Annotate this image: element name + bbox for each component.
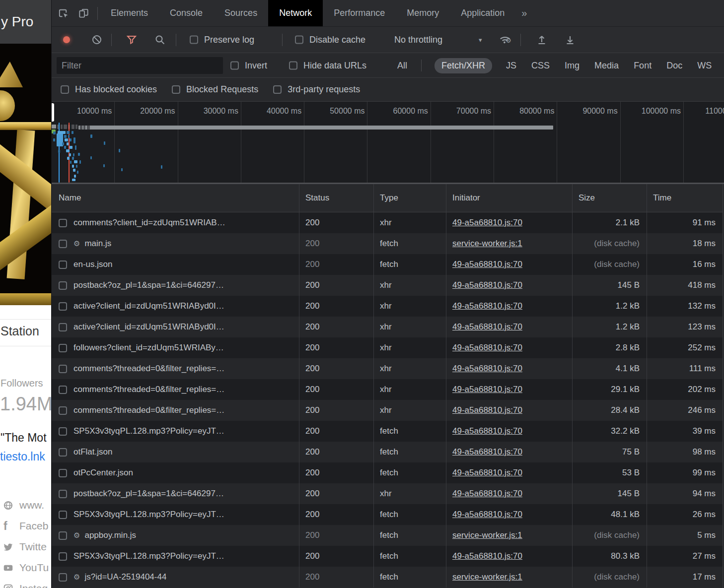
table-row[interactable]: ⚙ postback?oz_pl=1&spa=1&ci=646297… 200 … bbox=[52, 275, 724, 296]
device-toolbar-icon[interactable] bbox=[78, 7, 89, 19]
filter-input[interactable]: Filter bbox=[57, 57, 223, 74]
toggle-has-blocked-cookies[interactable]: Has blocked cookies bbox=[61, 84, 157, 95]
filter-chip-js[interactable]: JS bbox=[505, 58, 517, 73]
tab-sources[interactable]: Sources bbox=[214, 0, 268, 26]
table-row[interactable]: ⚙ otFlat.json 200 fetch 49-a5a68810.js:7… bbox=[52, 442, 724, 462]
initiator-link[interactable]: service-worker.js:1 bbox=[452, 530, 522, 540]
initiator-link[interactable]: service-worker.js:1 bbox=[452, 572, 522, 582]
row-checkbox[interactable] bbox=[59, 469, 67, 477]
row-checkbox[interactable] bbox=[59, 511, 67, 519]
filter-chip-all[interactable]: All bbox=[396, 58, 408, 73]
initiator-link[interactable]: 49-a5a68810.js:70 bbox=[452, 343, 522, 353]
column-header-initiator[interactable]: Initiator bbox=[446, 184, 573, 212]
table-row[interactable]: ⚙ postback?oz_pl=1&spa=1&ci=646297… 200 … bbox=[52, 483, 724, 504]
initiator-link[interactable]: 49-a5a68810.js:70 bbox=[452, 468, 522, 478]
request-name[interactable]: otPcCenter.json bbox=[73, 468, 133, 478]
initiator-link[interactable]: service-worker.js:1 bbox=[452, 239, 522, 249]
record-button[interactable] bbox=[63, 36, 70, 43]
table-row[interactable]: ⚙ SP5X3v3tyqPL.128.mp3?Policy=eyJT… 200 … bbox=[52, 504, 724, 525]
request-name[interactable]: comments?client_id=zdUqm51WRIAB… bbox=[73, 218, 225, 228]
toggle-3rd-party-requests[interactable]: 3rd-party requests bbox=[273, 84, 360, 95]
table-row[interactable]: ⚙ comments?client_id=zdUqm51WRIAB… 200 x… bbox=[52, 212, 724, 233]
filter-chip-doc[interactable]: Doc bbox=[665, 58, 683, 73]
tab-elements[interactable]: Elements bbox=[100, 0, 159, 26]
row-checkbox[interactable] bbox=[59, 406, 67, 415]
invert-checkbox[interactable] bbox=[230, 61, 239, 69]
row-checkbox[interactable] bbox=[59, 365, 67, 373]
initiator-link[interactable]: 49-a5a68810.js:70 bbox=[452, 322, 522, 332]
row-checkbox[interactable] bbox=[59, 573, 67, 582]
hide-data-urls-checkbox[interactable] bbox=[289, 61, 297, 69]
request-name[interactable]: main.js bbox=[84, 239, 111, 249]
row-checkbox[interactable] bbox=[59, 281, 67, 290]
filter-chip-fetch-xhr[interactable]: Fetch/XHR bbox=[434, 58, 492, 73]
request-name[interactable]: SP5X3v3tyqPL.128.mp3?Policy=eyJT… bbox=[73, 510, 224, 520]
disable-cache-toggle[interactable]: Disable cache bbox=[295, 35, 365, 45]
initiator-link[interactable]: 49-a5a68810.js:70 bbox=[452, 551, 522, 561]
initiator-link[interactable]: 49-a5a68810.js:70 bbox=[452, 260, 522, 269]
import-har-button[interactable] bbox=[536, 34, 547, 45]
column-header-name[interactable]: Name bbox=[52, 184, 299, 212]
column-header-size[interactable]: Size bbox=[573, 184, 647, 212]
checkbox[interactable] bbox=[273, 85, 282, 94]
row-checkbox[interactable] bbox=[59, 386, 67, 394]
network-conditions-button[interactable]: ⚙ bbox=[499, 32, 513, 47]
request-name[interactable]: SP5X3v3tyqPL.128.mp3?Policy=eyJT… bbox=[73, 551, 224, 561]
disable-cache-checkbox[interactable] bbox=[295, 36, 303, 44]
table-row[interactable]: ⚙ comments?threaded=0&filter_replies=… 2… bbox=[52, 400, 724, 421]
row-checkbox[interactable] bbox=[59, 219, 67, 227]
column-header-status[interactable]: Status bbox=[299, 184, 374, 212]
tab-application[interactable]: Application bbox=[450, 0, 515, 26]
initiator-link[interactable]: 49-a5a68810.js:70 bbox=[452, 218, 522, 228]
table-row[interactable]: ⚙ en-us.json 200 fetch 49-a5a68810.js:70… bbox=[52, 254, 724, 275]
row-checkbox[interactable] bbox=[59, 448, 67, 457]
row-checkbox[interactable] bbox=[59, 240, 67, 248]
initiator-link[interactable]: 49-a5a68810.js:70 bbox=[452, 426, 522, 436]
initiator-link[interactable]: 49-a5a68810.js:70 bbox=[452, 405, 522, 415]
table-row[interactable]: ⚙ active?client_id=zdUqm51WRIAByd0I… 200… bbox=[52, 317, 724, 337]
throttling-caret[interactable]: ▾ bbox=[479, 36, 482, 44]
table-row[interactable]: ⚙ active?client_id=zdUqm51WRIAByd0I… 200… bbox=[52, 296, 724, 317]
request-name[interactable]: comments?threaded=0&filter_replies=… bbox=[73, 385, 224, 394]
toggle-blocked-requests[interactable]: Blocked Requests bbox=[172, 84, 258, 95]
social-link-facebook[interactable]: f Faceb bbox=[0, 516, 51, 536]
tab-performance[interactable]: Performance bbox=[323, 0, 396, 26]
filter-chip-img[interactable]: Img bbox=[564, 58, 580, 73]
initiator-link[interactable]: 49-a5a68810.js:70 bbox=[452, 489, 522, 499]
table-row[interactable]: ⚙ SP5X3v3tyqPL.128.mp3?Policy=eyJT… 200 … bbox=[52, 546, 724, 567]
request-name[interactable]: followers?client_id=zdUqm51WRIABy… bbox=[73, 343, 224, 353]
request-name[interactable]: comments?threaded=0&filter_replies=… bbox=[73, 405, 224, 415]
table-row[interactable]: ⚙ main.js 200 fetch service-worker.js:1 … bbox=[52, 233, 724, 254]
row-checkbox[interactable] bbox=[59, 344, 67, 352]
filter-chip-css[interactable]: CSS bbox=[530, 58, 551, 73]
checkbox[interactable] bbox=[172, 85, 180, 94]
request-name[interactable]: postback?oz_pl=1&spa=1&ci=646297… bbox=[73, 280, 224, 290]
preserve-log-toggle[interactable]: Preserve log bbox=[190, 35, 254, 45]
request-name[interactable]: postback?oz_pl=1&spa=1&ci=646297… bbox=[73, 489, 224, 499]
filter-chip-media[interactable]: Media bbox=[593, 58, 620, 73]
social-link-globe[interactable]: www. bbox=[0, 495, 51, 516]
social-link-instagram[interactable]: Instag bbox=[0, 578, 51, 588]
search-button[interactable] bbox=[154, 34, 165, 45]
preserve-log-checkbox[interactable] bbox=[190, 36, 198, 44]
initiator-link[interactable]: 49-a5a68810.js:70 bbox=[452, 510, 522, 520]
tab-console[interactable]: Console bbox=[159, 0, 214, 26]
invert-toggle[interactable]: Invert bbox=[230, 60, 267, 70]
row-checkbox[interactable] bbox=[59, 261, 67, 269]
checkbox[interactable] bbox=[61, 85, 69, 94]
request-name[interactable]: en-us.json bbox=[73, 260, 112, 269]
initiator-link[interactable]: 49-a5a68810.js:70 bbox=[452, 301, 522, 311]
table-row[interactable]: ⚙ otPcCenter.json 200 fetch 49-a5a68810.… bbox=[52, 462, 724, 483]
row-checkbox[interactable] bbox=[59, 531, 67, 540]
table-row[interactable]: ⚙ SP5X3v3tyqPL.128.mp3?Policy=eyJT… 200 … bbox=[52, 421, 724, 442]
row-checkbox[interactable] bbox=[59, 552, 67, 561]
initiator-link[interactable]: 49-a5a68810.js:70 bbox=[452, 447, 522, 457]
export-har-button[interactable] bbox=[565, 34, 576, 45]
request-name[interactable]: otFlat.json bbox=[73, 447, 112, 457]
tab-memory[interactable]: Memory bbox=[396, 0, 450, 26]
request-name[interactable]: js?id=UA-2519404-44 bbox=[84, 572, 166, 582]
row-checkbox[interactable] bbox=[59, 323, 67, 331]
request-name[interactable]: active?client_id=zdUqm51WRIAByd0I… bbox=[73, 322, 224, 332]
initiator-link[interactable]: 49-a5a68810.js:70 bbox=[452, 364, 522, 374]
column-header-time[interactable]: Time bbox=[647, 184, 723, 212]
